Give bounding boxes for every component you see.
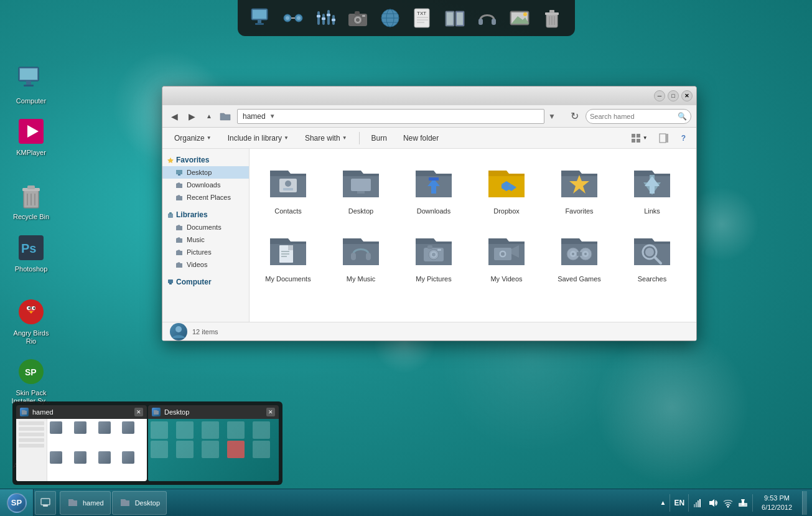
svg-rect-110 (637, 139, 640, 143)
tray-icon-network[interactable] (693, 497, 704, 509)
file-item-links[interactable]: Links (621, 156, 683, 219)
start-button[interactable]: SP (0, 489, 34, 517)
file-item-downloads[interactable]: Downloads (403, 156, 465, 219)
my-pictures-folder-icon (411, 228, 456, 273)
dock-icon-text-editor[interactable]: TXT (409, 5, 436, 31)
file-item-searches[interactable]: Searches (621, 224, 683, 287)
sidebar-item-music[interactable]: Music (162, 233, 249, 246)
sidebar-item-downloads[interactable]: Downloads (162, 179, 249, 191)
address-dropdown-btn[interactable]: ▼ (548, 109, 563, 124)
tray-icon-volume[interactable] (707, 497, 719, 509)
svg-text:Ps: Ps (21, 242, 36, 255)
dock-icon-file-manager[interactable] (442, 5, 468, 31)
file-item-my-music[interactable]: My Music (330, 224, 392, 287)
thumb-hamed-image[interactable] (16, 419, 147, 481)
file-item-my-documents[interactable]: My Documents (257, 224, 319, 287)
thumb-mini-icon-4 (122, 421, 134, 434)
contacts-folder-icon (266, 160, 310, 205)
dock-icon-network[interactable] (280, 5, 306, 31)
taskbar-item-desktop[interactable]: Desktop (112, 491, 167, 515)
file-item-saved-games[interactable]: Saved Games (548, 224, 610, 287)
clock-area[interactable]: 9:53 PM 6/12/2012 (757, 494, 797, 512)
tray-icon-power[interactable] (737, 497, 749, 509)
refresh-button[interactable]: ↻ (567, 109, 582, 124)
favorites-folder-icon (557, 160, 602, 205)
explorer-main: Favorites Desktop (162, 149, 696, 322)
view-toggle-button[interactable]: ▼ (627, 131, 652, 146)
sidebar-favorites-header[interactable]: Favorites (162, 154, 249, 166)
help-button[interactable]: ? (676, 131, 691, 146)
organize-button[interactable]: Organize ▼ (167, 131, 218, 145)
include-library-button[interactable]: Include in library ▼ (221, 131, 296, 145)
svg-rect-37 (478, 19, 483, 25)
svg-rect-51 (26, 81, 31, 85)
svg-rect-164 (41, 499, 50, 505)
tray-language[interactable]: EN (674, 499, 684, 507)
taskbar-item-hamed[interactable]: hamed (60, 491, 111, 515)
dock-icon-trash[interactable] (539, 5, 565, 31)
thumb-desktop-app-3 (202, 421, 219, 439)
search-box[interactable]: 🔍 (586, 109, 691, 124)
back-button[interactable]: ◀ (167, 110, 181, 123)
skin-pack-icon-image: SP (16, 357, 46, 387)
thumb-desktop-app-1 (151, 421, 168, 439)
dock-icon-headphones[interactable] (474, 5, 500, 31)
recent-places-sidebar-icon (175, 193, 184, 202)
thumbnail-preview-area: hamed ✕ (12, 401, 282, 485)
thumb-desktop-app-8 (202, 441, 219, 458)
my-documents-label: My Documents (265, 275, 310, 283)
thumb-hamed-close-button[interactable]: ✕ (134, 408, 143, 416)
preview-pane-button[interactable] (655, 131, 673, 146)
top-dock: TXT (238, 0, 575, 36)
sidebar-item-desktop[interactable]: Desktop (162, 166, 249, 179)
burn-button[interactable]: Burn (365, 131, 394, 145)
new-folder-button[interactable]: New folder (396, 131, 446, 145)
window-minimize-button[interactable]: ─ (654, 90, 665, 101)
address-box[interactable]: hamed ▼ (237, 109, 544, 124)
desktop-icon-kmplayer[interactable]: KMPlayer (6, 114, 56, 159)
file-item-desktop[interactable]: Desktop (330, 156, 392, 219)
dock-icon-mixer[interactable] (312, 5, 338, 31)
desktop-icon-photoshop[interactable]: Ps Photoshop (6, 230, 56, 276)
desktop-icon-computer[interactable]: Computer (6, 62, 56, 108)
tray-separator (670, 494, 670, 512)
show-desktop-taskbar-button[interactable] (35, 491, 56, 515)
thumb-desktop-image[interactable] (148, 419, 279, 481)
sidebar-item-documents[interactable]: Documents (162, 221, 249, 233)
downloads-sidebar-icon (175, 181, 184, 189)
sidebar-item-pictures[interactable]: Pictures (162, 246, 249, 258)
sidebar-computer-header[interactable]: Computer (162, 276, 249, 288)
sidebar-libraries-header[interactable]: Libraries (162, 209, 249, 221)
desktop-icon-angry-birds-rio[interactable]: Angry Birds Rio (6, 294, 56, 348)
dock-icon-camera[interactable] (345, 5, 371, 31)
window-close-button[interactable]: ✕ (681, 90, 693, 101)
sidebar-item-recent-places[interactable]: Recent Places (162, 191, 249, 204)
desktop-icon-skin-pack[interactable]: SP Skin Pack Installer Sy... (6, 354, 56, 408)
include-library-dropdown-arrow: ▼ (284, 135, 289, 141)
show-desktop-strip[interactable] (802, 491, 807, 515)
file-item-favorites[interactable]: Favorites (548, 156, 610, 219)
file-item-dropbox[interactable]: Dropbox (475, 156, 538, 219)
desktop-icon-recycle-bin[interactable]: Recycle Bin (6, 178, 56, 223)
thumb-mini-row-5 (19, 444, 44, 448)
recycle-bin-icon-image (16, 181, 46, 210)
file-item-contacts[interactable]: Contacts (257, 156, 319, 219)
share-with-button[interactable]: Share with ▼ (298, 131, 354, 145)
dock-icon-computer[interactable] (248, 5, 274, 31)
search-input[interactable] (590, 113, 678, 120)
file-item-my-pictures[interactable]: My Pictures (403, 224, 465, 287)
window-maximize-button[interactable]: □ (668, 90, 679, 101)
tray-icon-wireless[interactable] (722, 497, 734, 509)
sidebar-item-videos[interactable]: Videos (162, 258, 249, 271)
dock-icon-photo[interactable] (506, 5, 533, 31)
thumb-desktop-close-button[interactable]: ✕ (266, 408, 275, 416)
file-item-my-videos[interactable]: My Videos (475, 224, 538, 287)
dock-icon-globe[interactable] (377, 5, 403, 31)
thumb-mini-row-2 (19, 427, 44, 431)
desktop: TXT (0, 0, 812, 516)
up-button[interactable]: ▲ (202, 110, 216, 123)
tray-expand-button[interactable]: ▲ (660, 499, 666, 506)
forward-button[interactable]: ▶ (185, 110, 198, 123)
thumb-hamed-icon (20, 408, 29, 416)
taskbar-desktop-label: Desktop (135, 499, 160, 507)
